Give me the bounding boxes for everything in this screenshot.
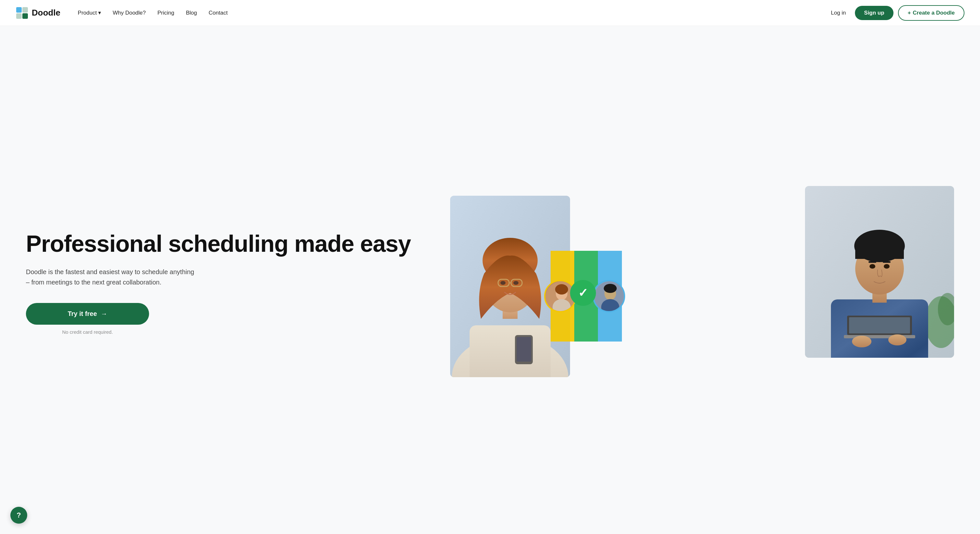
checkmark-circle: ✓: [570, 280, 596, 306]
chevron-down-icon: ▾: [98, 10, 101, 16]
svg-rect-27: [869, 261, 876, 263]
svg-rect-6: [469, 325, 550, 377]
nav-links: Product ▾ Why Doodle? Pricing Blog Conta…: [73, 7, 826, 19]
man-photo: [805, 186, 954, 358]
hero-section: Professional scheduling made easy Doodle…: [0, 26, 980, 534]
logo-link[interactable]: Doodle: [16, 6, 60, 19]
cta-group: Try it free → No credit card required.: [26, 303, 444, 335]
hero-title: Professional scheduling made easy: [26, 232, 444, 256]
create-doodle-button[interactable]: + Create a Doodle: [898, 5, 964, 21]
arrow-icon: →: [101, 310, 107, 318]
svg-rect-16: [517, 337, 531, 362]
svg-rect-1: [22, 7, 28, 13]
svg-point-33: [888, 334, 907, 345]
avatar-right: [593, 280, 625, 312]
hero-left: Professional scheduling made easy Doodle…: [26, 232, 444, 335]
svg-point-37: [555, 284, 568, 294]
svg-rect-2: [16, 13, 22, 19]
hero-subtitle: Doodle is the fastest and easiest way to…: [26, 267, 194, 288]
svg-point-13: [500, 281, 506, 285]
nav-pricing[interactable]: Pricing: [153, 7, 179, 19]
svg-rect-31: [849, 317, 910, 334]
svg-point-26: [884, 264, 889, 269]
svg-point-14: [513, 281, 519, 285]
try-free-button[interactable]: Try it free →: [26, 303, 149, 325]
signup-button[interactable]: Sign up: [855, 6, 893, 20]
hero-photo-right: [805, 186, 954, 358]
nav-why-doodle[interactable]: Why Doodle?: [108, 7, 150, 19]
nav-product[interactable]: Product ▾: [73, 7, 106, 19]
hero-right: ✓: [450, 186, 954, 380]
svg-point-41: [604, 284, 617, 293]
nav-actions: Log in Sign up + Create a Doodle: [826, 5, 964, 21]
no-credit-card-text: No credit card required.: [26, 329, 149, 335]
check-icon: ✓: [578, 286, 588, 300]
svg-rect-24: [855, 246, 904, 259]
svg-rect-3: [22, 13, 28, 19]
svg-point-32: [852, 336, 872, 347]
doodle-logo-icon: [16, 6, 29, 19]
logo-text: Doodle: [32, 8, 60, 18]
help-button[interactable]: ?: [10, 507, 27, 524]
nav-blog[interactable]: Blog: [181, 7, 202, 19]
login-button[interactable]: Log in: [826, 7, 850, 19]
svg-point-25: [870, 264, 875, 269]
navbar: Doodle Product ▾ Why Doodle? Pricing Blo…: [0, 0, 980, 26]
svg-rect-28: [883, 261, 891, 263]
nav-contact[interactable]: Contact: [204, 7, 232, 19]
svg-rect-0: [16, 7, 22, 13]
plus-icon: +: [908, 10, 911, 16]
